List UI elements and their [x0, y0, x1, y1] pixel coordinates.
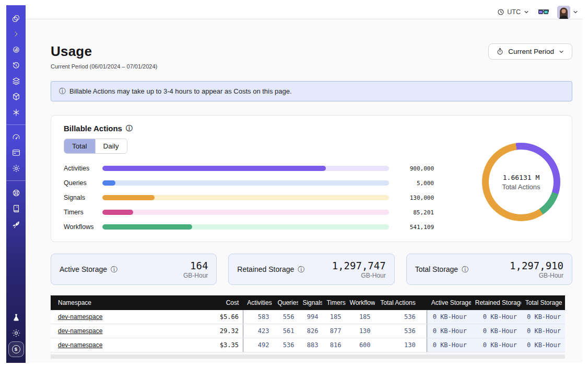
namespaces-spiral-icon[interactable] [9, 42, 23, 57]
nexus-asterisk-icon[interactable] [9, 105, 23, 120]
cell-total-storage: 0 KB-Hour [521, 338, 565, 352]
cell-namespace: dev-namespace [51, 324, 207, 338]
3d-glasses-icon[interactable] [538, 8, 549, 16]
cell-queries: 556 [273, 310, 298, 324]
billing-coin-icon[interactable]: $ [8, 341, 24, 357]
bar-chart-row: Signals 130,000 [64, 190, 434, 205]
dollar-coin-glyph: $ [12, 345, 20, 353]
col-header-activities: Activities [243, 295, 273, 310]
cell-cost: $3.35 [207, 338, 243, 352]
bar-fill [102, 195, 155, 200]
chevron-down-icon [523, 9, 530, 15]
table-row: dev-namespace$5.665835569941851855360 KB… [51, 310, 565, 324]
col-header-cost: Cost [207, 295, 243, 310]
bar-track [102, 224, 389, 230]
namespace-link[interactable]: dev-namespace [58, 327, 102, 335]
support-life-ring-icon[interactable] [9, 186, 23, 200]
tab-daily[interactable]: Daily [95, 139, 127, 153]
table-header-row: NamespaceCostActivitiesQueriesSignalsTim… [51, 295, 565, 310]
cell-gap [420, 324, 427, 338]
cell-workflows: 130 [346, 324, 375, 338]
col-header-queries: Queries [273, 295, 298, 310]
cell-retained-storage: 0 KB-Hour [471, 324, 521, 338]
info-banner-text: Billable Actions may take up to 3-4 hour… [69, 87, 292, 95]
page-title: Usage [51, 43, 157, 60]
chevron-down-icon [572, 9, 579, 15]
clock-icon [497, 8, 504, 16]
cell-total-storage: 0 KB-Hour [521, 324, 565, 338]
billable-actions-card: Billable Actions ⓘ TotalDaily Activities… [51, 115, 572, 242]
table-row: dev-namespace29.324235618268771305360 KB… [51, 324, 565, 338]
cell-active-storage: 0 KB-Hour [427, 324, 471, 338]
getting-started-rocket-icon[interactable] [9, 217, 23, 232]
cell-gap [420, 310, 427, 324]
col-header-timers: Timers [322, 295, 345, 310]
user-avatar [557, 6, 570, 19]
bar-fill [102, 166, 326, 171]
info-banner: ⓘ Billable Actions may take up to 3-4 ho… [51, 81, 572, 101]
storage-card-label: Total Storage ⓘ [415, 265, 469, 273]
cell-namespace: dev-namespace [51, 338, 207, 352]
bar-track [102, 180, 389, 186]
bar-track [102, 195, 389, 200]
timezone-selector[interactable]: UTC [497, 8, 530, 16]
labs-flask-icon[interactable] [9, 310, 23, 325]
deployments-cube-icon[interactable] [9, 89, 23, 104]
cell-queries: 561 [273, 324, 298, 338]
namespace-link[interactable]: dev-namespace [58, 313, 102, 321]
cell-cost: 29.32 [207, 324, 243, 338]
usage-gauge-icon[interactable] [9, 130, 23, 144]
storage-summary-row: Active Storage ⓘ 164 GB-Hour Retained St… [51, 254, 572, 285]
bar-label: Timers [64, 209, 102, 216]
cell-timers: 185 [322, 310, 345, 324]
app-frame: $ UTC Usage Curr [6, 5, 583, 363]
schedules-timer-icon[interactable] [9, 58, 23, 73]
bar-fill [102, 210, 133, 215]
storage-card: Active Storage ⓘ 164 GB-Hour [51, 254, 217, 285]
web-window-icon[interactable] [9, 145, 23, 160]
docs-book-icon[interactable] [9, 201, 23, 216]
account-menu[interactable] [557, 6, 579, 19]
layers-icon[interactable] [9, 74, 23, 88]
bar-track [102, 210, 389, 215]
expand-chevron-icon[interactable] [9, 27, 23, 41]
bar-chart-row: Workflows 541,109 [64, 220, 434, 234]
chevron-down-icon [558, 49, 565, 55]
storage-card-unit: GB-Hour [510, 272, 563, 279]
bar-value: 130,000 [389, 195, 434, 201]
theme-sun-icon[interactable] [9, 326, 23, 340]
bar-label: Workflows [64, 223, 102, 231]
col-header-signals: Signals [298, 295, 322, 310]
info-icon[interactable]: ⓘ [298, 266, 304, 273]
sidebar-divider [6, 124, 26, 125]
storage-card: Total Storage ⓘ 1,297,910 GB-Hour [406, 254, 572, 285]
info-icon[interactable]: ⓘ [111, 266, 117, 273]
bar-value: 900,000 [389, 165, 434, 172]
col-header-total-storage: Total Storage [521, 295, 565, 310]
cell-workflows: 600 [346, 338, 375, 352]
bar-fill [102, 180, 115, 186]
billable-bar-chart: Activities 900,000 Queries 5,000 Signals… [64, 161, 434, 234]
temporal-logo[interactable] [9, 11, 23, 26]
info-icon[interactable]: ⓘ [462, 266, 468, 273]
namespace-link[interactable]: dev-namespace [58, 341, 102, 349]
settings-gear-icon[interactable] [9, 161, 23, 176]
tab-total[interactable]: Total [64, 139, 95, 153]
col-header-namespace: Namespace [51, 295, 207, 310]
cell-namespace: dev-namespace [51, 310, 207, 324]
storage-card-value: 164 [183, 260, 208, 271]
info-icon[interactable]: ⓘ [126, 125, 133, 132]
cell-timers: 816 [322, 338, 345, 352]
cell-signals: 883 [298, 338, 322, 352]
cell-active-storage: 0 KB-Hour [427, 310, 471, 324]
cell-total-actions: 536 [375, 310, 420, 324]
topbar: UTC [26, 5, 583, 19]
bar-chart-row: Activities 900,000 [64, 161, 434, 176]
col-header-workflows: Workflows [346, 295, 375, 310]
cell-activities: 583 [243, 310, 273, 324]
bar-chart-row: Timers 85,201 [64, 205, 434, 220]
cell-active-storage: 0 KB-Hour [427, 338, 471, 352]
period-selector-button[interactable]: Current Period [488, 43, 572, 60]
table-cutoff-strip [51, 354, 565, 359]
cell-timers: 877 [322, 324, 345, 338]
